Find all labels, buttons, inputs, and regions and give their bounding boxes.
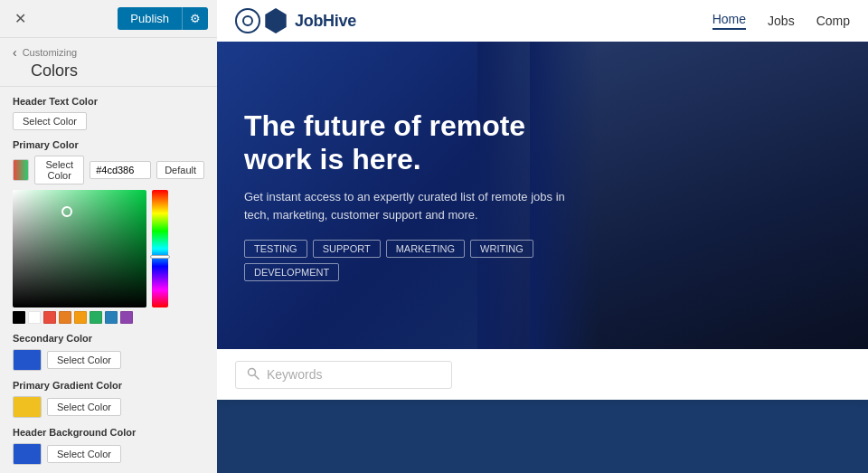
logo-hex-icon — [264, 8, 288, 33]
search-placeholder: Keywords — [267, 367, 322, 382]
website-nav: JobHive Home Jobs Comp — [217, 0, 868, 42]
breadcrumb-title: Colors — [13, 61, 204, 80]
secondary-color-row: Select Color — [13, 349, 204, 371]
primary-gradient-row: Select Color — [13, 396, 204, 418]
logo-circle-icon — [235, 8, 260, 33]
hero-tags: TESTING SUPPORT MARKETING WRITING DEVELO… — [244, 240, 570, 281]
header-bg-select-button[interactable]: Select Color — [47, 445, 121, 463]
tag-development[interactable]: DEVELOPMENT — [244, 263, 339, 281]
swatch-purple[interactable] — [120, 311, 133, 324]
top-bar: ✕ Publish ⚙ — [0, 0, 217, 38]
secondary-swatch-button[interactable] — [13, 349, 42, 371]
nav-logo-area: JobHive — [235, 8, 703, 33]
swatch-white[interactable] — [28, 311, 41, 324]
close-button[interactable]: ✕ — [9, 8, 32, 29]
color-swatches-row — [13, 311, 146, 324]
tag-writing[interactable]: WRITING — [470, 240, 533, 258]
panel-content: Header Text Color Select Color Primary C… — [0, 87, 217, 473]
secondary-swatch — [14, 350, 41, 370]
header-text-color-label: Header Text Color — [13, 96, 204, 107]
website-preview: JobHive Home Jobs Comp The future of rem… — [217, 0, 868, 473]
publish-gear-button[interactable]: ⚙ — [182, 7, 208, 30]
nav-links: Home Jobs Comp — [712, 12, 850, 30]
primary-default-button[interactable]: Default — [156, 161, 204, 179]
primary-color-label: Primary Color — [13, 139, 204, 150]
primary-swatch-button[interactable] — [13, 159, 29, 181]
header-text-select-button[interactable]: Select Color — [13, 112, 87, 130]
header-bg-row: Select Color — [13, 443, 204, 465]
tag-support[interactable]: SUPPORT — [313, 240, 381, 258]
header-text-color-row: Select Color — [13, 112, 204, 130]
primary-swatch-gradient — [14, 160, 28, 180]
tag-testing[interactable]: TESTING — [244, 240, 307, 258]
back-row: ‹ Customizing — [13, 45, 204, 60]
primary-select-button[interactable]: Select Color — [34, 156, 84, 184]
primary-gradient-label: Primary Gradient Color — [13, 380, 204, 391]
header-bg-swatch — [14, 444, 41, 464]
color-picker — [13, 190, 204, 324]
svg-point-0 — [243, 16, 252, 25]
gradient-swatch — [14, 397, 41, 417]
search-icon — [247, 367, 259, 383]
hero-title: The future of remote work is here. — [244, 109, 570, 176]
publish-area: Publish ⚙ — [118, 7, 208, 30]
swatch-red[interactable] — [43, 311, 56, 324]
swatch-blue[interactable] — [105, 311, 118, 324]
nav-home-link[interactable]: Home — [712, 12, 746, 30]
gradient-select-button[interactable]: Select Color — [47, 398, 121, 416]
color-hue-bar[interactable] — [152, 190, 168, 307]
gradient-swatch-button[interactable] — [13, 396, 42, 418]
header-bg-swatch-button[interactable] — [13, 443, 42, 465]
primary-color-row: Select Color Default — [13, 156, 204, 184]
hero-subtitle: Get instant access to an expertly curate… — [244, 188, 570, 223]
secondary-select-button[interactable]: Select Color — [47, 351, 121, 369]
nav-jobs-link[interactable]: Jobs — [768, 14, 795, 28]
hue-thumb — [150, 255, 170, 259]
nav-comp-link[interactable]: Comp — [816, 14, 850, 28]
hero-section: The future of remote work is here. Get i… — [217, 42, 868, 349]
swatch-orange[interactable] — [59, 311, 71, 324]
nav-brand: JobHive — [295, 12, 356, 31]
customizer-panel: ✕ Publish ⚙ ‹ Customizing Colors Header … — [0, 0, 217, 473]
swatch-yellow[interactable] — [74, 311, 87, 324]
logo-inner-icon — [241, 14, 255, 28]
publish-button[interactable]: Publish — [118, 7, 182, 30]
swatch-green[interactable] — [90, 311, 102, 324]
tag-marketing[interactable]: MARKETING — [386, 240, 465, 258]
secondary-color-label: Secondary Color — [13, 333, 204, 344]
search-input-area: Keywords — [235, 361, 452, 389]
svg-line-2 — [255, 374, 259, 379]
back-button[interactable]: ‹ — [13, 45, 17, 60]
gradient-value — [13, 190, 146, 307]
header-bg-label: Header Background Color — [13, 427, 204, 438]
hero-content: The future of remote work is here. Get i… — [217, 82, 597, 309]
primary-hex-input[interactable] — [90, 161, 151, 179]
search-area: Keywords — [217, 349, 868, 400]
breadcrumb-area: ‹ Customizing Colors — [0, 38, 217, 87]
color-gradient-box[interactable] — [13, 190, 146, 307]
swatch-black[interactable] — [13, 311, 25, 324]
breadcrumb-sub: Customizing — [23, 47, 78, 58]
nav-logo-icons — [235, 8, 288, 33]
